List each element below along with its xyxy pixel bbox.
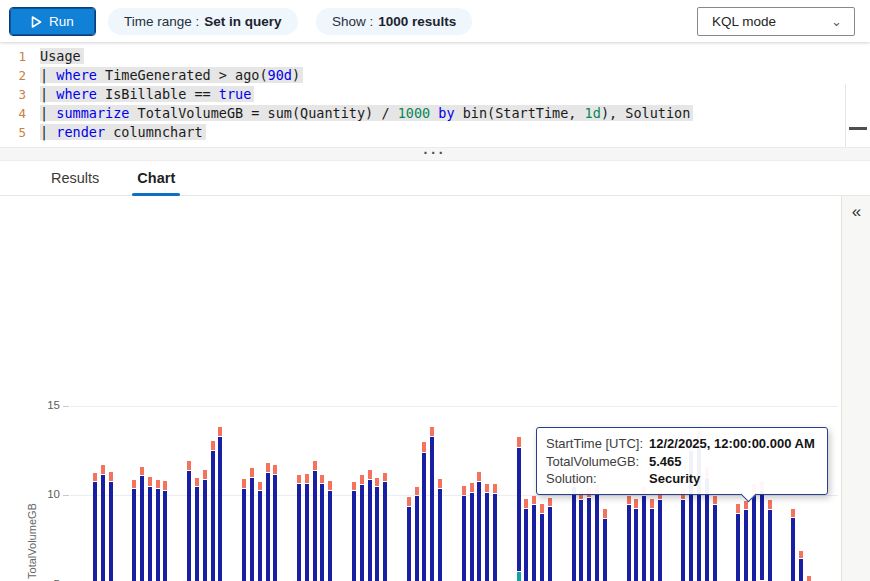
code-text: | where TimeGenerated > ago(90d)	[40, 67, 303, 83]
column-bar[interactable]	[148, 477, 152, 581]
column-bar[interactable]	[791, 509, 795, 581]
tab-chart[interactable]: Chart	[134, 161, 178, 196]
column-bar[interactable]	[744, 501, 748, 581]
time-range-pill[interactable]: Time range : Set in query	[108, 8, 298, 35]
column-bar[interactable]	[383, 473, 387, 581]
column-bar[interactable]	[305, 474, 309, 581]
line-number: 5	[0, 123, 40, 142]
code-line[interactable]: 1Usage	[0, 47, 840, 66]
editor-results-splitter[interactable]: ···	[0, 147, 870, 161]
column-bar[interactable]	[250, 468, 254, 581]
column-bar[interactable]	[140, 467, 144, 581]
column-bar[interactable]	[422, 442, 426, 581]
column-bar[interactable]	[211, 441, 215, 581]
code-line[interactable]: 3| where IsBillable == true	[0, 85, 840, 104]
column-bar[interactable]	[548, 498, 552, 581]
code-line[interactable]: 2| where TimeGenerated > ago(90d)	[0, 66, 840, 85]
column-bar[interactable]	[524, 499, 528, 581]
column-bar[interactable]	[760, 481, 764, 581]
column-bar[interactable]	[163, 481, 167, 581]
column-bar[interactable]	[297, 475, 301, 581]
column-bar[interactable]	[595, 485, 599, 581]
column-bar[interactable]	[485, 484, 489, 581]
column-bar[interactable]	[799, 551, 803, 581]
column-bar[interactable]	[352, 482, 356, 581]
time-range-value: Set in query	[204, 14, 281, 29]
show-results-pill[interactable]: Show : 1000 results	[316, 8, 472, 35]
column-bar[interactable]	[360, 475, 364, 581]
column-bar[interactable]	[540, 504, 544, 581]
column-bar[interactable]	[462, 486, 466, 581]
kql-mode-value: KQL mode	[712, 14, 776, 29]
column-bar[interactable]	[470, 483, 474, 581]
chart-formatting-panel: « Chart formatting	[841, 196, 870, 581]
show-value: 1000 results	[378, 14, 456, 29]
column-bar[interactable]	[132, 480, 136, 581]
gridline	[70, 406, 838, 407]
line-number: 4	[0, 104, 40, 123]
column-bar[interactable]	[101, 465, 105, 581]
chart-tooltip: StartTime [UTC]:12/2/2025, 12:00:00.000 …	[536, 427, 828, 495]
tooltip-row: TotalVolumeGB:5.465	[546, 453, 818, 471]
column-bar[interactable]	[587, 488, 591, 581]
query-toolbar: Run Time range : Set in query Show : 100…	[0, 0, 870, 42]
column-bar[interactable]	[109, 472, 113, 581]
column-bar[interactable]	[273, 465, 277, 581]
column-bar[interactable]	[627, 496, 631, 581]
column-bar[interactable]	[187, 461, 191, 581]
y-tick-mark	[63, 406, 69, 407]
column-bar[interactable]	[218, 427, 222, 581]
column-bar[interactable]	[603, 509, 607, 581]
column-bar[interactable]	[517, 437, 521, 581]
results-tabbar: Results Chart	[0, 161, 870, 196]
column-bar[interactable]	[313, 461, 317, 581]
column-bar[interactable]	[493, 484, 497, 581]
column-bar[interactable]	[320, 475, 324, 581]
code-text: | where IsBillable == true	[40, 86, 254, 102]
column-bar[interactable]	[203, 470, 207, 581]
code-text: | summarize TotalVolumeGB = sum(Quantity…	[40, 105, 693, 121]
column-bar[interactable]	[328, 481, 332, 581]
log-analytics-app: Run Time range : Set in query Show : 100…	[0, 0, 870, 581]
column-bar[interactable]	[93, 473, 97, 581]
code-text: | render columnchart	[40, 124, 206, 140]
column-bar[interactable]	[642, 487, 646, 581]
kql-mode-dropdown[interactable]: KQL mode ⌄	[697, 7, 855, 36]
code-line[interactable]: 5| render columnchart	[0, 123, 840, 142]
column-bar[interactable]	[195, 478, 199, 581]
column-bar[interactable]	[258, 482, 262, 581]
code-line[interactable]: 4| summarize TotalVolumeGB = sum(Quantit…	[0, 104, 840, 123]
tab-results[interactable]: Results	[48, 161, 102, 196]
column-bar[interactable]	[634, 499, 638, 581]
column-bar[interactable]	[415, 487, 419, 581]
column-bar[interactable]	[713, 496, 717, 581]
gridline	[70, 495, 838, 496]
column-bar[interactable]	[658, 491, 662, 581]
column-bar[interactable]	[477, 472, 481, 581]
column-bar[interactable]	[375, 478, 379, 581]
column-bar[interactable]	[807, 576, 811, 581]
time-range-label: Time range :	[124, 14, 199, 29]
chevron-down-icon: ⌄	[831, 14, 842, 29]
column-bar[interactable]	[768, 500, 772, 581]
column-bar[interactable]	[368, 470, 372, 581]
y-tick-mark	[63, 495, 69, 496]
column-bar[interactable]	[579, 491, 583, 581]
column-bar[interactable]	[266, 463, 270, 581]
column-bar[interactable]	[681, 490, 685, 581]
column-bar[interactable]	[752, 484, 756, 581]
column-bar[interactable]	[532, 496, 536, 581]
code-text: Usage	[40, 48, 84, 64]
column-bar[interactable]	[430, 427, 434, 581]
column-bar[interactable]	[650, 499, 654, 581]
scrollbar-thumb[interactable]	[849, 127, 867, 130]
column-bar[interactable]	[156, 480, 160, 581]
column-bar[interactable]	[407, 497, 411, 581]
expand-panel-icon[interactable]: «	[842, 202, 870, 222]
query-editor[interactable]: 1Usage2| where TimeGenerated > ago(90d)3…	[0, 42, 870, 147]
column-bar[interactable]	[438, 479, 442, 581]
run-button[interactable]: Run	[10, 8, 95, 35]
column-bar[interactable]	[242, 479, 246, 581]
column-bar[interactable]	[736, 504, 740, 581]
editor-lines: 1Usage2| where TimeGenerated > ago(90d)3…	[0, 47, 840, 142]
